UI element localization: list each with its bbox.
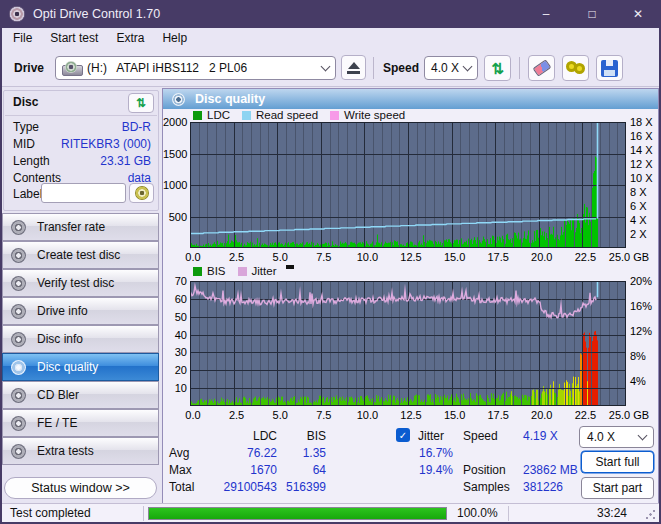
eraser-icon [532, 59, 551, 76]
close-button[interactable]: ✕ [615, 0, 661, 28]
position-stat-value: 23862 MB [523, 463, 578, 477]
axis-tick-label: 4% [630, 375, 661, 387]
axis-tick-label: 60 [163, 293, 187, 305]
erase-disc-button[interactable] [528, 55, 555, 81]
axis-tick-label: 16 X [630, 130, 661, 142]
chart1-legend: LDC Read speed Write speed [193, 109, 405, 121]
menu-file[interactable]: File [4, 29, 41, 47]
jitter-checkbox[interactable]: ✓ [396, 428, 410, 442]
resize-grip[interactable] [646, 510, 655, 519]
avg-jitter: 16.7% [383, 446, 453, 460]
axis-tick-label: 15.0 [430, 251, 480, 263]
refresh-button[interactable]: ⇅ [484, 55, 511, 81]
disc-info-panel: Disc ⇅ Type BD-R MID RITEKBR3 (000) Leng… [3, 90, 159, 211]
disc-label-button[interactable] [129, 183, 154, 203]
speed-stat-value: 4.19 X [523, 429, 558, 443]
field-value: RITEKBR3 (000) [61, 137, 151, 151]
write-speed-swatch [330, 111, 339, 120]
status-window-button[interactable]: Status window >> [4, 477, 157, 499]
sidebar-item-fe-te[interactable]: FE / TE [2, 409, 159, 437]
axis-tick-label: 7.5 [299, 409, 349, 421]
menu-help[interactable]: Help [153, 29, 196, 47]
axis-tick-label: 50 [163, 311, 187, 323]
disc-icon [11, 332, 26, 347]
elapsed-time: 33:24 [577, 506, 627, 520]
eject-button[interactable] [341, 55, 366, 80]
sidebar-item-create-test-disc[interactable]: Create test disc [2, 241, 159, 269]
menu-extra[interactable]: Extra [107, 29, 153, 47]
sidebar-item-drive-info[interactable]: Drive info [2, 297, 159, 325]
read-speed-swatch [242, 111, 251, 120]
chevron-down-icon [638, 430, 648, 440]
axis-tick-label: 10.0 [342, 409, 392, 421]
field-value: 23.31 GB [100, 154, 151, 168]
save-button[interactable] [596, 55, 623, 81]
sidebar-item-label: Drive info [37, 304, 88, 318]
test-speed-select[interactable]: 4.0 X [579, 426, 654, 448]
axis-tick-label: 25.0 GB [604, 409, 654, 421]
axis-tick-label: 22.5 [560, 251, 610, 263]
avg-bis: 1.35 [271, 446, 326, 460]
legend-label: Jitter [252, 265, 277, 277]
disc-icon [11, 304, 26, 319]
axis-tick-label: 1500 [163, 148, 187, 160]
disc-panel-title: Disc [13, 95, 38, 109]
axis-tick-label: 15.0 [430, 409, 480, 421]
field-label: Type [13, 120, 39, 134]
axis-tick-label: 10 [163, 382, 187, 394]
save-icon [601, 60, 618, 77]
minimize-button[interactable]: – [523, 0, 569, 28]
axis-tick-label: 16% [630, 300, 661, 312]
sidebar-item-disc-quality[interactable]: Disc quality [2, 353, 159, 381]
speed-select[interactable]: 4.0 X [424, 56, 478, 80]
panel-header: Disc quality [163, 89, 658, 109]
start-part-button[interactable]: Start part [581, 477, 654, 499]
test-speed-value: 4.0 X [587, 430, 615, 444]
toolbar-separator [519, 57, 520, 79]
sidebar-item-label: CD Bler [37, 388, 79, 402]
axis-tick-label: 20.0 [517, 409, 567, 421]
sidebar-item-label: Transfer rate [37, 220, 105, 234]
axis-tick-label: 8% [630, 350, 661, 362]
title-bar: Opti Drive Control 1.70 – □ ✕ [0, 0, 661, 28]
samples-stat-value: 381226 [523, 480, 563, 494]
menu-start-test[interactable]: Start test [41, 29, 107, 47]
inspect-button[interactable] [562, 55, 589, 81]
axis-tick-label: 4 X [630, 214, 661, 226]
sidebar-item-transfer-rate[interactable]: Transfer rate [2, 213, 159, 241]
disc-refresh-button[interactable]: ⇅ [128, 93, 154, 113]
axis-tick-label: 12 X [630, 158, 661, 170]
bis-swatch [193, 267, 202, 276]
eject-icon [347, 62, 360, 74]
axis-tick-label: 25.0 GB [604, 251, 654, 263]
speed-stat-label: Speed [463, 429, 498, 443]
sidebar-item-verify-test-disc[interactable]: Verify test disc [2, 269, 159, 297]
menu-bar: File Start test Extra Help [2, 28, 659, 48]
axis-tick-label: 18 X [630, 116, 661, 128]
sidebar-item-cd-bler[interactable]: CD Bler [2, 381, 159, 409]
speed-label: Speed [383, 61, 419, 75]
drive-select[interactable]: (H:) ATAPI iHBS112 2 PL06 [55, 56, 336, 80]
total-ldc: 29100543 [207, 480, 277, 494]
field-value: BD-R [122, 120, 151, 134]
field-label: Length [13, 154, 50, 168]
maximize-button[interactable]: □ [569, 0, 615, 28]
disc-icon [11, 388, 26, 403]
sidebar-item-label: Extra tests [37, 444, 94, 458]
drive-label: Drive [14, 61, 44, 75]
sidebar-item-extra-tests[interactable]: Extra tests [2, 437, 159, 465]
axis-tick-label: 17.5 [473, 251, 523, 263]
axis-tick-label: 20.0 [517, 251, 567, 263]
disc-icon [11, 220, 26, 235]
row-label-total: Total [169, 480, 194, 494]
legend-label: LDC [207, 109, 230, 121]
disc-icon [11, 248, 26, 263]
axis-tick-label: 5.0 [255, 251, 305, 263]
total-bis: 516399 [271, 480, 326, 494]
start-full-button[interactable]: Start full [581, 451, 654, 473]
disc-icon [11, 444, 26, 459]
disc-label-input[interactable] [41, 183, 126, 203]
status-bar: Test completed 100.0% 33:24 [2, 503, 659, 522]
sidebar-item-disc-info[interactable]: Disc info [2, 325, 159, 353]
axis-tick-label: 5.0 [255, 409, 305, 421]
